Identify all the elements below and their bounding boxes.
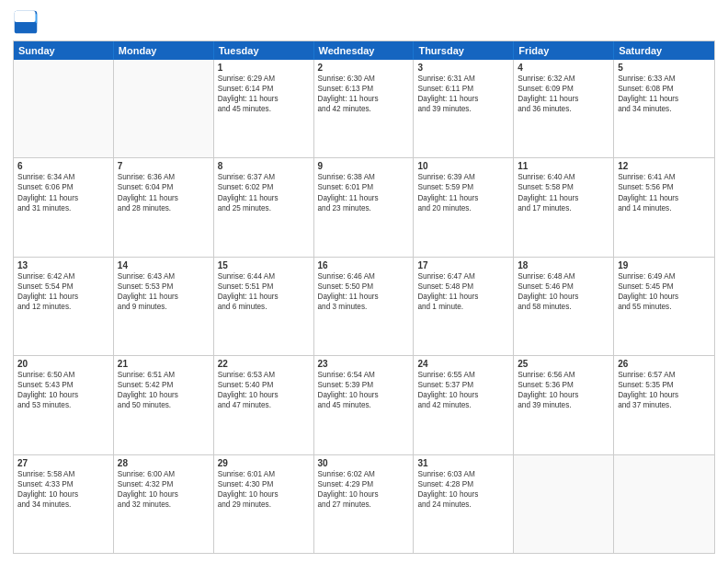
cell-line: Sunset: 5:42 PM bbox=[118, 380, 210, 390]
cell-line: Sunset: 5:35 PM bbox=[618, 380, 711, 390]
cell-line: Daylight: 11 hours bbox=[618, 193, 711, 203]
calendar-cell-0-6: 5Sunrise: 6:33 AMSunset: 6:08 PMDaylight… bbox=[614, 60, 714, 157]
calendar-cell-4-2: 29Sunrise: 6:01 AMSunset: 4:30 PMDayligh… bbox=[214, 455, 314, 553]
day-number: 18 bbox=[518, 260, 609, 270]
calendar-row-3: 20Sunrise: 6:50 AMSunset: 5:43 PMDayligh… bbox=[14, 356, 714, 454]
calendar-cell-1-3: 9Sunrise: 6:38 AMSunset: 6:01 PMDaylight… bbox=[314, 158, 415, 256]
cell-line: Daylight: 10 hours bbox=[218, 489, 310, 500]
cell-line: Daylight: 11 hours bbox=[218, 94, 310, 104]
day-number: 22 bbox=[218, 359, 310, 369]
cell-line: and 12 minutes. bbox=[17, 302, 109, 312]
calendar-cell-1-5: 11Sunrise: 6:40 AMSunset: 5:58 PMDayligh… bbox=[514, 158, 614, 256]
calendar-cell-1-6: 12Sunrise: 6:41 AMSunset: 5:56 PMDayligh… bbox=[614, 158, 714, 256]
day-number: 30 bbox=[318, 458, 410, 468]
calendar-cell-0-3: 2Sunrise: 6:30 AMSunset: 6:13 PMDaylight… bbox=[314, 60, 415, 157]
cell-line: and 17 minutes. bbox=[518, 203, 609, 213]
day-number: 2 bbox=[318, 63, 410, 73]
day-number: 29 bbox=[218, 458, 310, 468]
cell-line: Daylight: 10 hours bbox=[218, 390, 310, 400]
cell-line: Sunset: 6:13 PM bbox=[318, 84, 410, 94]
cell-line: Sunrise: 6:32 AM bbox=[518, 74, 609, 84]
cell-line: Sunrise: 6:31 AM bbox=[417, 74, 509, 84]
cell-line: Sunrise: 6:46 AM bbox=[318, 271, 410, 282]
calendar-cell-2-2: 15Sunrise: 6:44 AMSunset: 5:51 PMDayligh… bbox=[214, 258, 314, 355]
cell-line: and 47 minutes. bbox=[218, 400, 310, 410]
cell-line: Daylight: 11 hours bbox=[218, 193, 310, 203]
cell-line: Sunset: 6:09 PM bbox=[518, 84, 609, 94]
cell-line: and 24 minutes. bbox=[417, 500, 509, 510]
cell-line: Daylight: 10 hours bbox=[318, 489, 410, 500]
weekday-header-monday: Monday bbox=[114, 41, 214, 60]
weekday-header-friday: Friday bbox=[514, 41, 614, 60]
cell-line: Sunrise: 6:02 AM bbox=[318, 469, 410, 479]
cell-line: Daylight: 11 hours bbox=[17, 292, 109, 302]
cell-line: and 34 minutes. bbox=[17, 500, 109, 510]
calendar-body: 1Sunrise: 6:29 AMSunset: 6:14 PMDaylight… bbox=[14, 60, 714, 553]
calendar-cell-0-4: 3Sunrise: 6:31 AMSunset: 6:11 PMDaylight… bbox=[414, 60, 514, 157]
cell-line: Daylight: 10 hours bbox=[318, 390, 410, 400]
calendar-cell-4-5 bbox=[514, 455, 614, 553]
cell-line: Daylight: 11 hours bbox=[518, 94, 609, 104]
cell-line: Sunset: 5:40 PM bbox=[218, 380, 310, 390]
cell-line: Daylight: 11 hours bbox=[118, 193, 210, 203]
cell-line: and 53 minutes. bbox=[17, 400, 109, 410]
cell-line: and 9 minutes. bbox=[118, 302, 210, 312]
cell-line: Sunset: 6:01 PM bbox=[318, 182, 410, 192]
cell-line: Sunrise: 6:43 AM bbox=[118, 271, 210, 282]
calendar-cell-3-3: 23Sunrise: 6:54 AMSunset: 5:39 PMDayligh… bbox=[314, 356, 415, 454]
cell-line: and 27 minutes. bbox=[318, 500, 410, 510]
cell-line: and 36 minutes. bbox=[518, 104, 609, 114]
cell-line: Sunrise: 6:00 AM bbox=[118, 469, 210, 479]
day-number: 11 bbox=[518, 161, 609, 171]
cell-line: and 28 minutes. bbox=[118, 203, 210, 213]
calendar-cell-3-4: 24Sunrise: 6:55 AMSunset: 5:37 PMDayligh… bbox=[414, 356, 514, 454]
cell-line: and 42 minutes. bbox=[318, 104, 410, 114]
calendar-cell-4-1: 28Sunrise: 6:00 AMSunset: 4:32 PMDayligh… bbox=[114, 455, 214, 553]
cell-line: Sunrise: 6:39 AM bbox=[417, 172, 509, 182]
cell-line: Daylight: 10 hours bbox=[618, 292, 711, 302]
cell-line: and 34 minutes. bbox=[618, 104, 711, 114]
day-number: 9 bbox=[318, 161, 410, 171]
day-number: 12 bbox=[618, 161, 711, 171]
cell-line: and 55 minutes. bbox=[618, 302, 711, 312]
cell-line: Sunrise: 6:36 AM bbox=[118, 172, 210, 182]
cell-line: and 45 minutes. bbox=[218, 104, 310, 114]
cell-line: Sunset: 5:37 PM bbox=[417, 380, 509, 390]
day-number: 10 bbox=[417, 161, 509, 171]
cell-line: and 50 minutes. bbox=[118, 400, 210, 410]
cell-line: Daylight: 11 hours bbox=[318, 292, 410, 302]
calendar: SundayMondayTuesdayWednesdayThursdayFrid… bbox=[13, 40, 715, 554]
cell-line: Sunrise: 6:34 AM bbox=[17, 172, 109, 182]
cell-line: Sunset: 5:45 PM bbox=[618, 282, 711, 292]
cell-line: Sunset: 6:04 PM bbox=[118, 182, 210, 192]
cell-line: Sunrise: 6:41 AM bbox=[618, 172, 711, 182]
calendar-cell-2-6: 19Sunrise: 6:49 AMSunset: 5:45 PMDayligh… bbox=[614, 258, 714, 355]
cell-line: Sunset: 5:39 PM bbox=[318, 380, 410, 390]
cell-line: Sunset: 5:43 PM bbox=[17, 380, 109, 390]
calendar-row-0: 1Sunrise: 6:29 AMSunset: 6:14 PMDaylight… bbox=[14, 60, 714, 158]
cell-line: Sunset: 5:54 PM bbox=[17, 282, 109, 292]
cell-line: Daylight: 11 hours bbox=[218, 292, 310, 302]
weekday-header-saturday: Saturday bbox=[614, 41, 714, 60]
cell-line: Daylight: 10 hours bbox=[417, 390, 509, 400]
cell-line: Sunrise: 6:01 AM bbox=[218, 469, 310, 479]
calendar-cell-2-1: 14Sunrise: 6:43 AMSunset: 5:53 PMDayligh… bbox=[114, 258, 214, 355]
cell-line: Sunrise: 6:38 AM bbox=[318, 172, 410, 182]
page: SundayMondayTuesdayWednesdayThursdayFrid… bbox=[0, 0, 728, 563]
cell-line: Daylight: 11 hours bbox=[417, 94, 509, 104]
day-number: 25 bbox=[518, 359, 609, 369]
day-number: 13 bbox=[17, 260, 109, 270]
calendar-cell-4-4: 31Sunrise: 6:03 AMSunset: 4:28 PMDayligh… bbox=[414, 455, 514, 553]
cell-line: and 45 minutes. bbox=[318, 400, 410, 410]
weekday-header-sunday: Sunday bbox=[14, 41, 114, 60]
calendar-cell-3-2: 22Sunrise: 6:53 AMSunset: 5:40 PMDayligh… bbox=[214, 356, 314, 454]
day-number: 15 bbox=[218, 260, 310, 270]
cell-line: and 14 minutes. bbox=[618, 203, 711, 213]
logo-icon bbox=[13, 9, 39, 35]
calendar-cell-1-0: 6Sunrise: 6:34 AMSunset: 6:06 PMDaylight… bbox=[14, 158, 114, 256]
day-number: 20 bbox=[17, 359, 109, 369]
cell-line: Sunset: 5:53 PM bbox=[118, 282, 210, 292]
calendar-cell-3-0: 20Sunrise: 6:50 AMSunset: 5:43 PMDayligh… bbox=[14, 356, 114, 454]
cell-line: Sunrise: 6:33 AM bbox=[618, 74, 711, 84]
cell-line: Sunset: 4:33 PM bbox=[17, 479, 109, 489]
